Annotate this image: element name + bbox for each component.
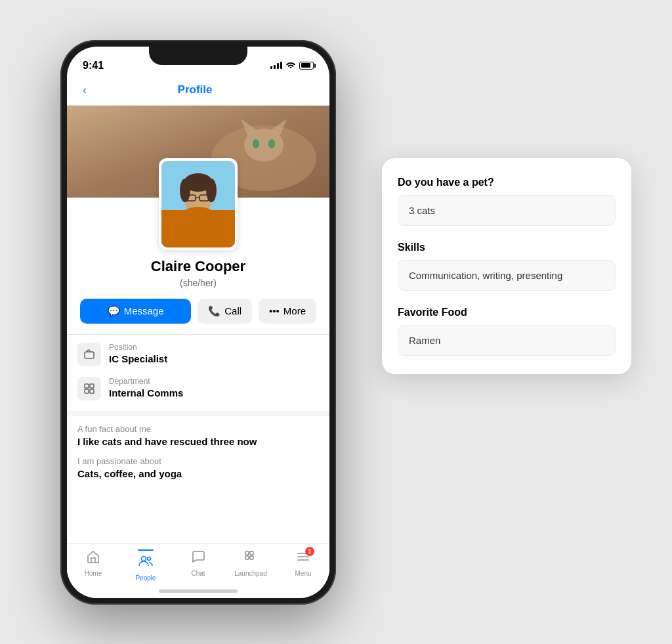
fact-1-value: I like cats and have rescued three now — [77, 436, 319, 447]
svg-point-23 — [148, 557, 151, 560]
avatar-container — [67, 158, 329, 250]
signal-icon — [270, 62, 282, 69]
user-info: Claire Cooper (she/her) — [67, 250, 329, 299]
tab-home[interactable]: Home — [67, 549, 119, 577]
tab-launchpad-label: Launchpad — [234, 570, 267, 577]
avatar-frame — [159, 158, 238, 250]
position-text: Position IC Specialist — [109, 343, 167, 365]
message-button[interactable]: 💬 Message — [80, 299, 191, 324]
tab-launchpad[interactable]: Launchpad — [224, 549, 277, 577]
svg-rect-19 — [90, 384, 94, 388]
department-value: Internal Comms — [109, 387, 183, 398]
popup-card: Do you have a pet? 3 cats Skills Communi… — [382, 158, 631, 374]
svg-rect-26 — [245, 556, 249, 559]
notch — [149, 47, 247, 65]
popup-pet-label: Do you have a pet? — [398, 177, 616, 188]
popup-pet-value: 3 cats — [398, 195, 616, 226]
page-title: Profile — [89, 83, 301, 97]
department-label: Department — [109, 377, 183, 386]
fact-2: I am passionate about Cats, coffee, and … — [77, 456, 319, 479]
popup-field-food: Favorite Food Ramen — [398, 307, 616, 356]
popup-skills-label: Skills — [398, 242, 616, 253]
svg-point-12 — [206, 179, 217, 202]
home-indicator — [159, 590, 238, 593]
tab-people-label: People — [135, 574, 156, 582]
home-icon — [86, 549, 100, 568]
svg-point-16 — [178, 207, 218, 233]
svg-rect-27 — [250, 556, 253, 559]
menu-badge: 1 — [305, 547, 314, 556]
info-section: Position IC Specialist — [67, 334, 329, 400]
svg-rect-20 — [85, 389, 89, 393]
popup-skills-value: Communication, writing, presenting — [398, 260, 616, 291]
people-icon — [138, 554, 153, 572]
user-name: Claire Cooper — [80, 258, 316, 275]
wifi-icon — [285, 60, 296, 70]
call-icon: 📞 — [208, 305, 220, 317]
status-time: 9:41 — [83, 60, 104, 72]
svg-point-5 — [253, 139, 259, 148]
message-icon: 💬 — [108, 305, 120, 317]
tab-chat-label: Chat — [191, 570, 205, 577]
tab-chat[interactable]: Chat — [172, 549, 224, 577]
department-row: Department Internal Comms — [77, 377, 319, 400]
svg-rect-24 — [245, 551, 249, 555]
department-text: Department Internal Comms — [109, 377, 183, 399]
chat-icon — [191, 549, 205, 568]
fact-2-label: I am passionate about — [77, 456, 319, 466]
popup-food-value: Ramen — [398, 325, 616, 356]
more-label: More — [284, 305, 306, 316]
popup-field-pet: Do you have a pet? 3 cats — [398, 177, 616, 226]
svg-rect-25 — [250, 551, 253, 555]
more-button[interactable]: ••• More — [259, 299, 316, 324]
position-label: Position — [109, 343, 167, 352]
profile-content: Claire Cooper (she/her) 💬 Message 📞 Call… — [67, 106, 329, 541]
position-row: Position IC Specialist — [77, 343, 319, 366]
fun-facts: A fun fact about me I like cats and have… — [67, 411, 329, 496]
call-label: Call — [224, 305, 242, 316]
scene: 9:41 ‹ — [41, 27, 631, 618]
battery-icon — [299, 62, 314, 70]
tab-menu-label: Menu — [295, 570, 311, 577]
svg-rect-17 — [85, 352, 94, 358]
nav-bar: ‹ Profile — [67, 75, 329, 106]
action-buttons: 💬 Message 📞 Call ••• More — [67, 299, 329, 334]
position-icon — [77, 343, 101, 366]
menu-badge-container: 1 — [296, 549, 310, 568]
svg-point-22 — [142, 556, 146, 561]
call-button[interactable]: 📞 Call — [198, 299, 252, 324]
svg-rect-18 — [85, 384, 89, 388]
message-label: Message — [124, 305, 164, 316]
fact-1: A fun fact about me I like cats and have… — [77, 424, 319, 447]
tab-menu[interactable]: 1 Menu — [277, 549, 329, 577]
user-pronouns: (she/her) — [80, 278, 316, 288]
svg-point-11 — [180, 179, 190, 202]
launchpad-icon — [243, 549, 258, 568]
popup-food-label: Favorite Food — [398, 307, 616, 318]
avatar — [161, 161, 235, 247]
more-dots-icon: ••• — [269, 305, 280, 316]
status-icons — [270, 60, 314, 70]
position-value: IC Specialist — [109, 353, 167, 364]
svg-point-6 — [268, 139, 275, 148]
phone-screen: 9:41 ‹ — [67, 47, 329, 598]
active-indicator — [138, 549, 154, 551]
popup-field-skills: Skills Communication, writing, presentin… — [398, 242, 616, 291]
back-button[interactable]: ‹ — [80, 81, 89, 100]
svg-rect-21 — [90, 389, 94, 393]
phone-frame: 9:41 ‹ — [60, 40, 336, 605]
fact-2-value: Cats, coffee, and yoga — [77, 468, 319, 479]
department-icon — [77, 377, 101, 400]
tab-people[interactable]: People — [119, 549, 172, 582]
fact-1-label: A fun fact about me — [77, 424, 319, 434]
tab-home-label: Home — [85, 570, 102, 577]
